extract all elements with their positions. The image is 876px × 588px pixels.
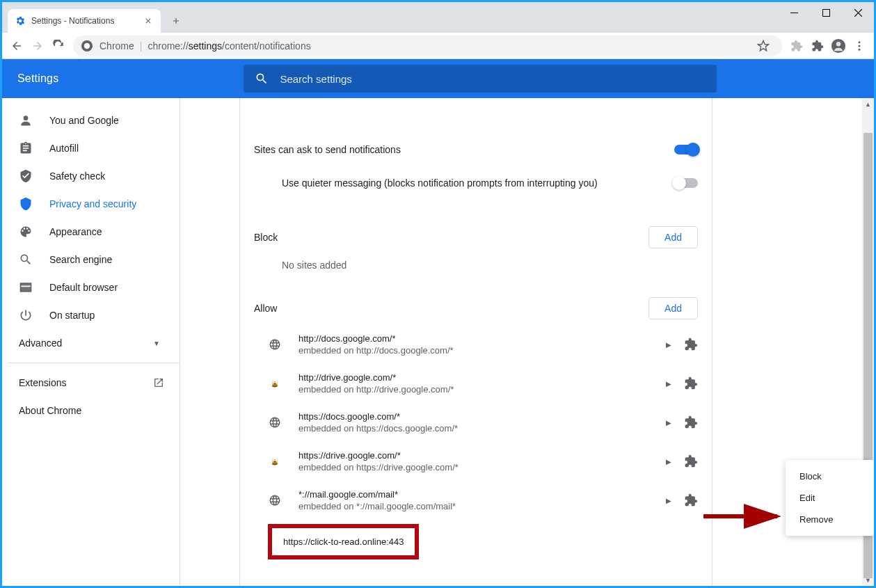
sidebar-item-appearance[interactable]: Appearance: [2, 218, 180, 246]
svg-point-7: [859, 48, 861, 50]
site-url: https://drive.google.com/*: [298, 450, 653, 461]
scroll-up-button[interactable]: ▲: [862, 98, 874, 110]
browser-icon: [19, 280, 33, 294]
back-button[interactable]: [6, 35, 27, 56]
extension-puzzle-icon[interactable]: [684, 337, 698, 351]
sidebar-item-you-and-google[interactable]: You and Google: [2, 106, 180, 134]
annotation-arrow: [702, 502, 786, 530]
globe-icon: [268, 337, 282, 351]
site-details-caret[interactable]: ▶: [666, 380, 671, 388]
sidebar-item-default-browser[interactable]: Default browser: [2, 273, 180, 301]
highlighted-site: https://click-to-read.online:443: [268, 524, 419, 559]
allow-section-header: Allow Add: [240, 292, 712, 325]
allow-site-row: https://drive.google.com/*embedded on ht…: [240, 442, 712, 481]
search-icon: [255, 72, 269, 86]
settings-sidebar: You and Google Autofill Safety check Pri…: [2, 98, 180, 586]
gear-icon: [15, 15, 26, 26]
tab-title: Settings - Notifications: [31, 16, 143, 26]
site-url: http://drive.google.com/*: [298, 372, 653, 383]
site-info-icon[interactable]: [81, 40, 93, 51]
settings-header: Settings: [2, 59, 874, 98]
sidebar-item-safety-check[interactable]: Safety check: [2, 162, 180, 190]
profile-avatar-icon[interactable]: [828, 35, 849, 56]
site-context-menu: Block Edit Remove: [786, 460, 874, 536]
svg-rect-17: [272, 463, 278, 465]
extension-puzzle-icon[interactable]: [684, 415, 698, 429]
extensions-menu-icon[interactable]: [807, 35, 828, 56]
notifications-ask-row: Sites can ask to send notifications: [240, 133, 712, 166]
site-details-caret[interactable]: ▶: [666, 458, 671, 466]
context-menu-remove[interactable]: Remove: [786, 509, 874, 530]
settings-content: Sites can ask to send notifications Use …: [180, 98, 874, 586]
ask-toggle[interactable]: [674, 145, 698, 154]
globe-icon: [268, 493, 282, 507]
sidebar-item-label: You and Google: [49, 115, 119, 126]
allow-site-row: https://docs.google.com/*embedded on htt…: [240, 403, 712, 442]
minimize-button[interactable]: [778, 2, 810, 23]
sidebar-advanced-toggle[interactable]: Advanced ▼: [2, 329, 180, 357]
quieter-messaging-row: Use quieter messaging (blocks notificati…: [240, 166, 712, 200]
address-bar[interactable]: Chrome | chrome://settings/content/notif…: [73, 35, 782, 56]
clipboard-icon: [19, 141, 33, 155]
sidebar-item-search-engine[interactable]: Search engine: [2, 246, 180, 273]
svg-point-14: [276, 381, 279, 385]
settings-title: Settings: [17, 72, 58, 85]
sidebar-item-autofill[interactable]: Autofill: [2, 134, 180, 162]
new-tab-button[interactable]: [166, 11, 186, 31]
site-sub: embedded on *://mail.google.com/mail*: [298, 501, 653, 511]
context-menu-edit[interactable]: Edit: [786, 487, 874, 509]
sidebar-item-label: Privacy and security: [49, 198, 136, 209]
block-section-header: Block Add: [240, 221, 712, 254]
block-add-button[interactable]: Add: [648, 226, 698, 248]
svg-point-5: [859, 41, 861, 43]
globe-icon: [268, 415, 282, 429]
svg-point-4: [836, 42, 841, 46]
sidebar-item-label: Autofill: [49, 143, 79, 154]
shield-icon: [19, 197, 33, 211]
sidebar-extensions-link[interactable]: Extensions: [2, 369, 180, 397]
allow-site-row: http://docs.google.com/*embedded on http…: [240, 325, 712, 364]
reload-button[interactable]: [48, 35, 69, 56]
sidebar-item-label: On startup: [49, 310, 95, 321]
search-settings-box[interactable]: [244, 65, 717, 93]
quieter-toggle[interactable]: [674, 178, 698, 188]
context-menu-block[interactable]: Block: [786, 466, 874, 487]
scroll-down-button[interactable]: ▼: [862, 574, 874, 586]
block-empty-text: No sites added: [240, 260, 712, 271]
chrome-menu-button[interactable]: [849, 35, 870, 56]
search-settings-input[interactable]: [280, 73, 706, 85]
allow-add-button[interactable]: Add: [648, 297, 698, 319]
site-url: *://mail.google.com/mail*: [298, 489, 653, 500]
sidebar-item-on-startup[interactable]: On startup: [2, 301, 180, 329]
extension-puzzle-icon[interactable]: [684, 454, 698, 468]
sidebar-about-link[interactable]: About Chrome: [2, 397, 180, 424]
ask-label: Sites can ask to send notifications: [254, 144, 674, 155]
extension-puzzle-icon[interactable]: [684, 376, 698, 390]
tab-close-button[interactable]: [143, 15, 154, 26]
bee-icon: [268, 376, 282, 390]
shield-check-icon: [19, 169, 33, 183]
sidebar-item-privacy[interactable]: Privacy and security: [2, 190, 180, 218]
svg-point-8: [24, 116, 29, 120]
sidebar-separator: [8, 363, 180, 363]
site-details-caret[interactable]: ▶: [666, 419, 671, 427]
sidebar-advanced-label: Advanced: [19, 337, 62, 349]
bee-icon: [268, 454, 282, 468]
forward-button[interactable]: [27, 35, 48, 56]
svg-point-19: [276, 459, 279, 463]
browser-tab[interactable]: Settings - Notifications: [8, 9, 161, 33]
extension-puzzle-icon[interactable]: [684, 493, 698, 507]
palette-icon: [19, 225, 33, 239]
site-url: http://docs.google.com/*: [298, 333, 653, 344]
sidebar-link-label: About Chrome: [19, 405, 81, 416]
maximize-button[interactable]: [810, 2, 842, 23]
site-details-caret[interactable]: ▶: [666, 497, 671, 504]
block-title: Block: [254, 232, 648, 243]
site-sub: embedded on http://drive.google.com/*: [298, 384, 653, 395]
site-details-caret[interactable]: ▶: [666, 341, 671, 349]
close-window-button[interactable]: [842, 2, 874, 23]
extensions-toolbar-icon[interactable]: [786, 35, 807, 56]
bookmark-star-icon[interactable]: [753, 35, 774, 56]
browser-toolbar: Chrome | chrome://settings/content/notif…: [2, 33, 874, 59]
sidebar-item-label: Safety check: [49, 170, 105, 182]
